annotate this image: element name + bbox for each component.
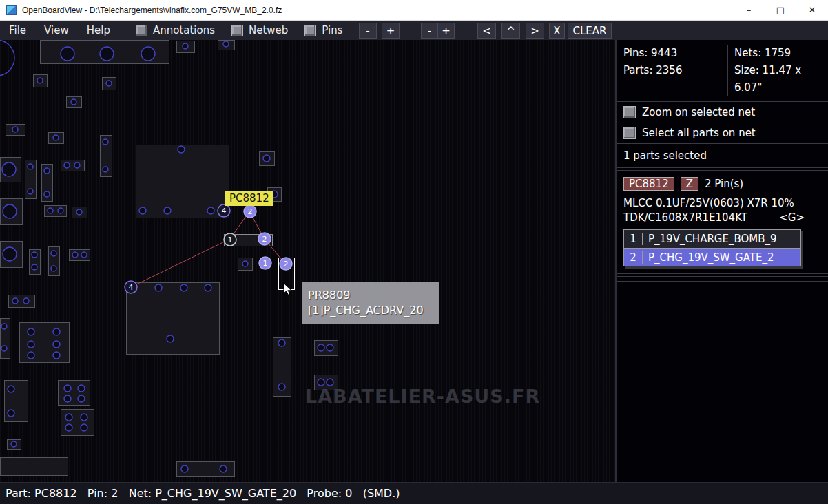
tooltip-pin-net: [1]P_CHG_ACDRV_20 bbox=[308, 303, 433, 318]
close-button[interactable]: ✕ bbox=[796, 0, 828, 21]
pins-checkbox-icon[interactable] bbox=[304, 25, 316, 36]
zoom-on-net-checkbox-icon[interactable] bbox=[623, 106, 636, 118]
board-component[interactable] bbox=[49, 247, 60, 276]
board-canvas[interactable]: 4212124 PC8812 LABATELIER-ASUS.FR PR8809… bbox=[0, 40, 615, 482]
maximize-button[interactable]: □ bbox=[765, 0, 796, 21]
board-component[interactable] bbox=[59, 381, 90, 406]
part-description-line2: TDK/C1608X7R1E104KT <G> bbox=[617, 209, 828, 228]
stat-nets: Nets: 1759 bbox=[727, 45, 828, 62]
select-all-parts-label: Select all parts on net bbox=[642, 127, 756, 139]
board-component[interactable] bbox=[67, 97, 82, 108]
zoom-on-net-option[interactable]: Zoom on selected net bbox=[617, 102, 828, 123]
cursor-arrow-icon bbox=[283, 282, 293, 297]
board-component[interactable] bbox=[61, 160, 85, 171]
pin-marker[interactable]: 2 bbox=[244, 205, 256, 218]
net-row[interactable]: 1 P_19V_CHARGE_BOMB_9 bbox=[624, 230, 800, 248]
board-component[interactable] bbox=[127, 283, 220, 355]
board-component[interactable] bbox=[34, 75, 48, 87]
board-component[interactable] bbox=[136, 145, 229, 218]
board-component[interactable] bbox=[1, 199, 23, 225]
annotations-checkbox-icon[interactable] bbox=[136, 25, 147, 36]
svg-text:2: 2 bbox=[262, 235, 267, 244]
titlebar: OpenBoardView - D:\Telechargements\vinaf… bbox=[0, 0, 828, 21]
zoom-out-button[interactable]: - bbox=[359, 23, 377, 39]
minimize-button[interactable]: – bbox=[733, 0, 765, 21]
pan-up-button[interactable]: ^ bbox=[501, 23, 520, 39]
part-pin-count: 2 Pin(s) bbox=[705, 178, 743, 190]
board-component[interactable] bbox=[20, 323, 70, 363]
app-window: OpenBoardView - D:\Telechargements\vinaf… bbox=[0, 0, 828, 504]
board-component[interactable] bbox=[8, 440, 21, 450]
part-ref-chip[interactable]: PC8812 bbox=[623, 177, 674, 191]
pins-label: Pins bbox=[322, 24, 342, 36]
part-mpn: TDK/C1608X7R1E104KT bbox=[623, 211, 747, 224]
pins-toggle[interactable]: Pins bbox=[304, 24, 342, 36]
board-component[interactable] bbox=[6, 125, 25, 136]
board-component[interactable] bbox=[49, 133, 64, 144]
annotations-label: Annotations bbox=[153, 24, 215, 36]
board-component[interactable] bbox=[238, 258, 253, 271]
menu-help[interactable]: Help bbox=[78, 24, 119, 36]
flip-board-button[interactable]: X bbox=[549, 23, 565, 39]
net-row-name: P_19V_CHARGE_BOMB_9 bbox=[643, 233, 777, 245]
board-component[interactable] bbox=[260, 152, 275, 166]
pin-marker[interactable]: 4 bbox=[218, 204, 230, 217]
svg-text:2: 2 bbox=[248, 207, 253, 216]
pin-marker[interactable]: 1 bbox=[224, 233, 236, 246]
zoom-on-net-label: Zoom on selected net bbox=[642, 106, 755, 118]
menu-view[interactable]: View bbox=[35, 24, 78, 36]
svg-text:4: 4 bbox=[222, 207, 227, 216]
board-component[interactable] bbox=[72, 207, 87, 218]
board-component[interactable] bbox=[70, 250, 90, 261]
step-up-button[interactable]: + bbox=[437, 23, 455, 39]
board-component[interactable] bbox=[41, 41, 169, 64]
board-component[interactable] bbox=[45, 206, 67, 217]
board-component[interactable] bbox=[30, 250, 41, 275]
pan-left-button[interactable]: < bbox=[477, 23, 496, 39]
pin-marker[interactable]: 2 bbox=[280, 258, 292, 270]
zoom-in-button[interactable]: + bbox=[382, 23, 400, 39]
board-component[interactable] bbox=[273, 338, 291, 397]
stat-parts: Parts: 2356 bbox=[623, 62, 727, 96]
menubar: File View Help Annotations Netweb Pins -… bbox=[0, 21, 828, 40]
pan-right-button[interactable]: > bbox=[526, 23, 544, 39]
board-component[interactable] bbox=[1, 158, 21, 182]
part-description-line1: MLCC 0.1UF/25V(0603) X7R 10% bbox=[617, 195, 828, 209]
pin-marker[interactable]: 2 bbox=[258, 233, 271, 245]
clear-button[interactable]: CLEAR bbox=[568, 23, 612, 39]
board-component[interactable] bbox=[1, 458, 68, 476]
net-row-index: 1 bbox=[624, 233, 643, 245]
svg-text:4: 4 bbox=[129, 283, 134, 292]
netweb-checkbox-icon[interactable] bbox=[231, 25, 243, 36]
board-component[interactable] bbox=[177, 41, 195, 53]
board-component[interactable] bbox=[101, 136, 112, 177]
part-label: PC8812 bbox=[225, 191, 273, 206]
board-component[interactable] bbox=[103, 78, 116, 90]
pin-marker[interactable]: 4 bbox=[125, 281, 137, 293]
board-component[interactable] bbox=[5, 381, 28, 422]
board-component[interactable] bbox=[9, 295, 35, 308]
main-area: 4212124 PC8812 LABATELIER-ASUS.FR PR8809… bbox=[0, 40, 828, 482]
select-all-parts-option[interactable]: Select all parts on net bbox=[617, 123, 828, 143]
window-title: OpenBoardView - D:\Telechargements\vinaf… bbox=[22, 6, 282, 15]
board-component[interactable] bbox=[218, 41, 235, 50]
pin-marker[interactable]: 1 bbox=[259, 257, 271, 269]
board-component[interactable] bbox=[1, 319, 10, 359]
board-component[interactable] bbox=[25, 160, 37, 199]
menu-file[interactable]: File bbox=[0, 24, 35, 36]
board-component[interactable] bbox=[61, 410, 94, 436]
netweb-toggle[interactable]: Netweb bbox=[231, 24, 288, 36]
board-component[interactable] bbox=[177, 462, 235, 477]
board-component[interactable] bbox=[1, 242, 23, 268]
select-all-parts-checkbox-icon[interactable] bbox=[623, 127, 636, 139]
board-component[interactable] bbox=[315, 341, 338, 356]
annotations-toggle[interactable]: Annotations bbox=[136, 24, 215, 36]
board-component[interactable] bbox=[42, 165, 53, 202]
board-pad-circle bbox=[0, 40, 14, 76]
statusbar: Part: PC8812 Pin: 2 Net: P_CHG_19V_SW_GA… bbox=[0, 482, 828, 504]
part-layer-chip[interactable]: Z bbox=[681, 177, 698, 191]
net-row-name: P_CHG_19V_SW_GATE_2 bbox=[643, 251, 774, 264]
net-row-selected[interactable]: 2 P_CHG_19V_SW_GATE_2 bbox=[624, 248, 800, 266]
step-down-button[interactable]: - bbox=[421, 23, 438, 39]
selected-part-row: PC8812 Z 2 Pin(s) bbox=[617, 171, 828, 195]
